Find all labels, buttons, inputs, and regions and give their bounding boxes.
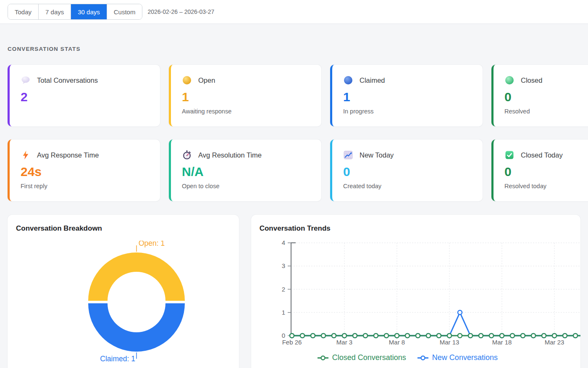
legend-item-closed-conversations[interactable]: Closed Conversations [317, 353, 406, 362]
stat-card-closed: Closed 0Resolved [491, 65, 588, 126]
lightning-icon [21, 150, 31, 160]
legend-item-new-conversations[interactable]: New Conversations [417, 353, 498, 362]
dashboard-page: Today7 days30 daysCustom 2026-02-26 – 20… [0, 0, 588, 368]
stat-card-open: Open 1Awaiting response [169, 65, 321, 126]
check-square-icon [504, 150, 514, 160]
breakdown-donut-chart[interactable]: Open: 1Claimed: 1 [8, 241, 239, 368]
svg-text:3: 3 [281, 262, 285, 269]
trends-chart-title: Conversation Trends [251, 215, 580, 233]
stat-label: Claimed [360, 76, 385, 84]
trends-line-chart[interactable]: Feb 26Mar 3Mar 8Mar 13Mar 18Mar 2301234 [251, 241, 580, 353]
charts-row: Conversation Breakdown Open: 1Claimed: 1… [8, 215, 580, 368]
date-range-label: 2026-02-26 – 2026-03-27 [147, 8, 214, 15]
stat-subtitle: Open to close [182, 183, 313, 189]
trends-legend: Closed Conversations New Conversations [251, 353, 580, 362]
stat-value: 0 [504, 91, 588, 103]
stat-card-claimed: Claimed 1In progress [330, 65, 483, 126]
stat-card-header: Claimed [343, 75, 474, 85]
svg-text:4: 4 [281, 241, 285, 246]
range-button-7-days[interactable]: 7 days [38, 4, 71, 19]
donut-slice-open[interactable] [88, 252, 185, 301]
stat-value: 2 [21, 91, 152, 103]
stat-label: Avg Response Time [37, 151, 99, 159]
svg-text:Mar 13: Mar 13 [439, 339, 459, 346]
stat-value: 24s [21, 166, 152, 178]
stat-label: Closed Today [521, 151, 563, 159]
svg-text:2: 2 [281, 286, 285, 293]
stat-card-header: Avg Resolution Time [182, 150, 313, 160]
stat-value: 1 [182, 91, 313, 103]
stat-subtitle: Resolved today [504, 183, 588, 189]
range-button-custom[interactable]: Custom [107, 4, 142, 19]
stat-card-header: Total Conversations [21, 75, 152, 85]
stat-subtitle: In progress [343, 108, 474, 115]
stat-card-header: New Today [343, 150, 474, 160]
stat-label: Closed [521, 76, 542, 84]
stat-label: Total Conversations [37, 76, 98, 84]
stats-grid: Total Conversations 2 Open 1Awaiting res… [8, 65, 588, 201]
stat-value: 0 [504, 166, 588, 178]
date-range-selector: Today7 days30 daysCustom [8, 4, 142, 20]
stat-subtitle: Awaiting response [182, 108, 313, 115]
main-content: CONVERSATION STATS Total Conversations 2… [0, 46, 588, 368]
stat-card-avg-response-time: Avg Response Time 24sFirst reply [8, 139, 160, 201]
stat-card-new-today: New Today 0Created today [330, 139, 483, 201]
stat-value: N/A [182, 166, 313, 178]
conversation-trends-card: Conversation Trends Feb 26Mar 3Mar 8Mar … [251, 215, 580, 368]
stat-card-avg-resolution-time: Avg Resolution Time N/AOpen to close [169, 139, 321, 201]
svg-text:Feb 26: Feb 26 [282, 339, 302, 346]
date-range-toolbar: Today7 days30 daysCustom 2026-02-26 – 20… [0, 0, 588, 24]
stopwatch-icon [182, 150, 192, 160]
stat-card-header: Avg Response Time [21, 150, 152, 160]
svg-text:Mar 3: Mar 3 [336, 339, 352, 346]
svg-text:Mar 18: Mar 18 [492, 339, 512, 346]
stat-value: 1 [343, 91, 474, 103]
donut-slice-claimed[interactable] [88, 303, 185, 352]
breakdown-chart-title: Conversation Breakdown [8, 215, 239, 233]
legend-label: Closed Conversations [332, 353, 406, 362]
stat-subtitle: Resolved [504, 108, 588, 115]
donut-label: Claimed: 1 [100, 355, 135, 363]
svg-text:Mar 8: Mar 8 [389, 339, 405, 346]
legend-label: New Conversations [432, 353, 498, 362]
stat-card-header: Closed Today [504, 150, 588, 160]
stat-card-total-conversations: Total Conversations 2 [8, 65, 160, 126]
stat-card-header: Closed [504, 75, 588, 85]
range-button-today[interactable]: Today [8, 4, 38, 19]
blue-circle-icon [343, 75, 353, 85]
stat-label: Avg Resolution Time [198, 151, 262, 159]
legend-marker-icon [317, 355, 329, 361]
stat-card-header: Open [182, 75, 313, 85]
stat-label: Open [198, 76, 215, 84]
section-title: CONVERSATION STATS [8, 46, 580, 52]
stat-label: New Today [360, 151, 394, 159]
speech-balloon-icon [21, 75, 31, 85]
stat-value: 0 [343, 166, 474, 178]
range-button-30-days[interactable]: 30 days [71, 4, 107, 19]
svg-text:1: 1 [281, 309, 285, 316]
stat-subtitle: First reply [21, 183, 152, 189]
stat-subtitle: Created today [343, 183, 474, 189]
conversation-breakdown-card: Conversation Breakdown Open: 1Claimed: 1 [8, 215, 239, 368]
green-circle-icon [504, 75, 514, 85]
legend-marker-icon [417, 355, 429, 361]
donut-label: Open: 1 [139, 241, 165, 247]
yellow-circle-icon [182, 75, 192, 85]
stat-card-closed-today: Closed Today 0Resolved today [491, 139, 588, 201]
chart-up-icon [343, 150, 353, 160]
svg-text:Mar 23: Mar 23 [544, 339, 564, 346]
svg-text:0: 0 [281, 332, 285, 339]
